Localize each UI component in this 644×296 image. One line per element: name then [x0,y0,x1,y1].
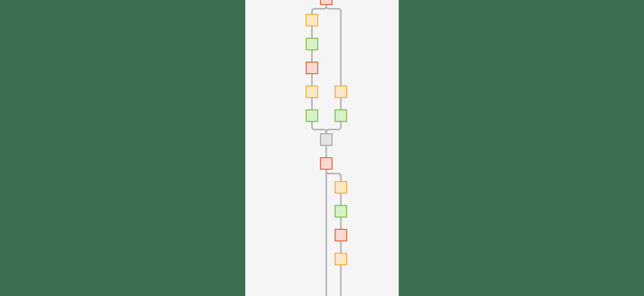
edge [312,122,326,133]
node-R_green[interactable] [335,109,347,122]
node-B_green[interactable] [335,205,347,218]
node-B_orange2[interactable] [335,253,347,265]
edge [326,170,341,181]
node-L_orange2[interactable] [306,86,318,98]
diagram-panel [245,0,399,296]
edge [326,122,341,133]
node-L_orange1[interactable] [306,14,318,26]
node-mid_red[interactable] [320,157,333,170]
node-B_red[interactable] [335,229,347,241]
node-L_red[interactable] [306,62,318,74]
edge [326,5,341,86]
node-L_green2[interactable] [306,109,318,122]
diagram-edges [245,0,399,296]
node-B_orange[interactable] [335,181,347,194]
node-L_green1[interactable] [306,38,318,50]
edge [312,5,326,14]
node-merge_gray[interactable] [320,133,333,146]
node-top_red[interactable] [320,0,333,5]
node-R_orange[interactable] [335,86,347,98]
